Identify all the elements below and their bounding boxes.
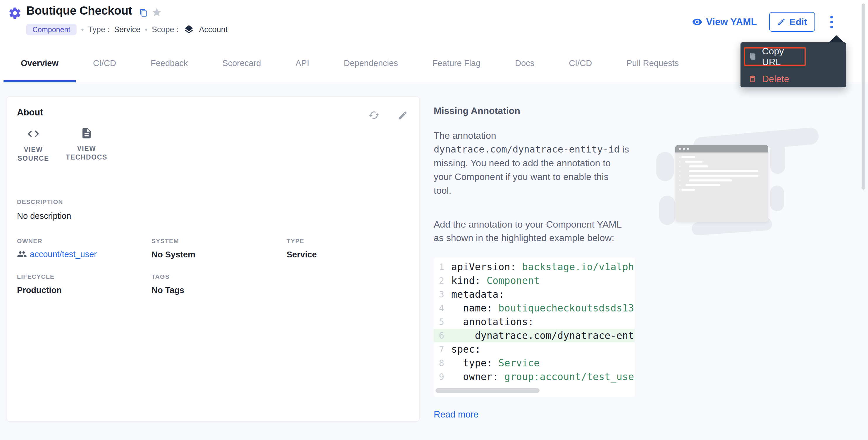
view-techdocs-label-line1: VIEW <box>61 144 112 153</box>
paragraph-line: Add the annotation to your Component YAM… <box>434 218 622 231</box>
favorite-star-icon[interactable] <box>152 7 162 18</box>
read-more-link[interactable]: Read more <box>434 409 478 420</box>
paragraph-line: The annotation <box>434 129 629 143</box>
menu-item-delete[interactable]: Delete <box>745 70 789 87</box>
kind-chip: Component <box>26 24 76 35</box>
tab-dependencies[interactable]: Dependencies <box>327 43 415 83</box>
system-label: SYSTEM <box>152 238 179 244</box>
owner-label: OWNER <box>17 238 42 244</box>
separator-dot: • <box>145 25 147 34</box>
tab-overview[interactable]: Overview <box>3 43 76 83</box>
entity-subtitle: Component • Type : Service • Scope : Acc… <box>26 24 227 35</box>
owner-value: account/test_user <box>17 249 97 259</box>
description-label: DESCRIPTION <box>17 198 63 205</box>
paragraph-line: missing. You need to add the annotation … <box>434 156 629 170</box>
yaml-code-block: 1apiVersion: backstage.io/v1alph 2kind: … <box>434 258 634 397</box>
code-line: 7spec: <box>434 342 634 356</box>
paragraph-line: dynatrace.com/dynatrace-entity-id is <box>434 143 629 156</box>
paragraph-line: tool. <box>434 184 629 198</box>
annotation-code-span: dynatrace.com/dynatrace-entity-id <box>434 144 620 155</box>
edit-button[interactable]: Edit <box>769 12 815 32</box>
scribble-blob <box>659 196 675 225</box>
code-line: 8 type: Service <box>434 356 634 370</box>
annotation-paragraph: The annotation dynatrace.com/dynatrace-e… <box>434 129 629 198</box>
page-header: Boutique Checkout Component • Type : Ser… <box>0 0 868 44</box>
code-line: 9 owner: group:account/test_use <box>434 370 634 384</box>
refresh-icon[interactable] <box>369 109 380 121</box>
tab-feature-flag[interactable]: Feature Flag <box>415 43 498 83</box>
code-editor-window-illustration <box>675 145 768 222</box>
tags-value: No Tags <box>152 285 184 295</box>
layers-icon <box>184 24 194 35</box>
window-titlebar <box>675 145 768 153</box>
tab-scorecard[interactable]: Scorecard <box>205 43 278 83</box>
code-horizontal-scrollbar[interactable] <box>435 388 539 393</box>
view-techdocs-label-line2: TECHDOCS <box>61 153 112 162</box>
description-value: No description <box>17 211 71 221</box>
page-content: About VIEW SOURCE VIEW TECHDOCS DESCRIPT… <box>0 83 868 440</box>
code-line: 4 name: boutiquecheckoutsdsds13 <box>434 301 634 315</box>
about-card-title: About <box>17 107 43 118</box>
header-actions: View YAML Edit <box>692 12 836 32</box>
scope-value: Account <box>199 25 228 34</box>
eye-icon <box>692 16 703 27</box>
system-value: No System <box>152 250 195 260</box>
menu-arrow <box>829 35 844 42</box>
editor-illustration <box>658 136 834 235</box>
gear-icon <box>8 6 22 20</box>
code-line: 2kind: Component <box>434 274 634 287</box>
menu-item-copy-url[interactable]: Copy URL <box>744 47 806 66</box>
scribble-blob <box>770 185 784 211</box>
missing-annotation-title: Missing Annotation <box>434 105 520 116</box>
paragraph-line: your Component if you want to enable thi… <box>434 170 629 184</box>
tab-docs[interactable]: Docs <box>498 43 552 83</box>
edit-about-pencil-icon[interactable] <box>398 110 408 121</box>
scope-label: Scope : <box>152 25 179 34</box>
type-label: Type : <box>88 25 110 34</box>
kebab-menu-icon[interactable] <box>827 14 836 30</box>
code-icon <box>27 127 40 140</box>
about-card: About VIEW SOURCE VIEW TECHDOCS DESCRIPT… <box>7 96 420 421</box>
view-techdocs-link[interactable]: VIEW TECHDOCS <box>61 127 112 162</box>
tab-pull-requests[interactable]: Pull Requests <box>609 43 696 83</box>
owner-link[interactable]: account/test_user <box>30 249 97 259</box>
code-line: 5 annotations: <box>434 315 634 329</box>
view-source-label-line2: SOURCE <box>8 154 59 163</box>
pencil-icon <box>777 18 786 26</box>
lifecycle-value: Production <box>17 285 62 295</box>
type-field-label: TYPE <box>287 238 304 244</box>
type-field-value: Service <box>287 250 317 260</box>
view-yaml-label: View YAML <box>706 16 757 28</box>
tags-label: TAGS <box>152 273 169 280</box>
copy-icon <box>748 52 757 61</box>
scribble-blob <box>770 143 785 174</box>
tab-feedback[interactable]: Feedback <box>133 43 205 83</box>
view-source-label-line1: VIEW <box>8 145 59 154</box>
separator-dot: • <box>81 25 84 34</box>
code-line: 3metadata: <box>434 287 634 301</box>
code-line-highlighted: 6 dynatrace.com/dynatrace-ent <box>434 329 634 342</box>
page-vertical-scrollbar[interactable] <box>862 3 865 190</box>
group-icon <box>17 249 27 259</box>
tab-api[interactable]: API <box>278 43 327 83</box>
page-title: Boutique Checkout <box>26 4 132 17</box>
tab-cicd-2[interactable]: CI/CD <box>552 43 609 83</box>
delete-label: Delete <box>762 74 789 84</box>
scribble-blob <box>656 152 674 181</box>
tab-cicd[interactable]: CI/CD <box>76 43 133 83</box>
copy-entity-name-icon[interactable] <box>140 9 148 17</box>
trash-icon <box>748 74 757 83</box>
annotation-instructions: Add the annotation to your Component YAM… <box>434 218 622 244</box>
code-line: 1apiVersion: backstage.io/v1alph <box>434 260 634 274</box>
type-value: Service <box>114 25 141 34</box>
kebab-dropdown-menu: Copy URL Delete <box>741 42 846 87</box>
paragraph-line: as shown in the highlighted example belo… <box>434 231 622 244</box>
edit-button-label: Edit <box>789 16 807 28</box>
entity-tabs: Overview CI/CD Feedback Scorecard API De… <box>0 43 868 83</box>
view-yaml-button[interactable]: View YAML <box>692 16 757 28</box>
copy-url-label: Copy URL <box>762 46 805 67</box>
view-source-link[interactable]: VIEW SOURCE <box>8 127 59 163</box>
doc-icon <box>81 127 93 139</box>
lifecycle-label: LIFECYCLE <box>17 273 54 280</box>
